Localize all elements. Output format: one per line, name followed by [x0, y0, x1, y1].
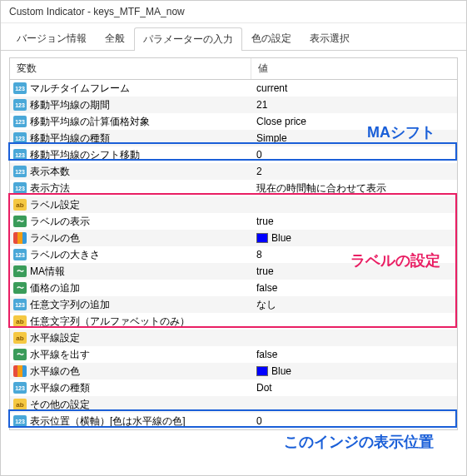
123-icon: 123: [13, 149, 27, 161]
tab-parameters[interactable]: パラメーターの入力: [134, 27, 242, 51]
table-row[interactable]: 123移動平均線の計算価格対象Close price: [10, 113, 457, 130]
tab-version[interactable]: バージョン情報: [7, 27, 96, 50]
variable-label: 任意文字列の追加: [30, 298, 110, 312]
cell-value[interactable]: Dot: [251, 382, 457, 394]
value-label: Blue: [271, 232, 291, 244]
table-row[interactable]: 123任意文字列の追加なし: [10, 296, 457, 313]
color-icon: [13, 365, 27, 377]
variable-label: ラベル設定: [30, 198, 80, 212]
table-row[interactable]: 123移動平均線のシフト移動0: [10, 146, 457, 163]
cell-value[interactable]: Blue: [251, 365, 457, 377]
cell-variable: 〜価格の追加: [10, 281, 251, 295]
123-icon: 123: [13, 299, 27, 310]
chart-icon: 〜: [13, 282, 27, 294]
cell-variable: ラベルの色: [10, 231, 251, 245]
table-row[interactable]: 123水平線の種類Dot: [10, 379, 457, 396]
cell-variable: ab水平線設定: [10, 331, 251, 345]
cell-value[interactable]: false: [251, 349, 457, 360]
cell-value[interactable]: 0: [251, 149, 457, 161]
content-area: 変数 値 123マルチタイムフレームcurrent123移動平均線の期間2112…: [1, 51, 466, 437]
variable-label: 水平線設定: [30, 331, 80, 345]
value-label: 0: [256, 415, 262, 427]
value-label: 0: [256, 149, 262, 161]
cell-value[interactable]: 2: [251, 166, 457, 177]
cell-variable: abその他の設定: [10, 398, 251, 412]
cell-variable: abラベル設定: [10, 198, 251, 212]
cell-variable: 123水平線の種類: [10, 381, 251, 395]
table-row[interactable]: 〜水平線を出すfalse: [10, 346, 457, 363]
cell-value[interactable]: true: [251, 216, 457, 227]
123-icon: 123: [13, 382, 27, 394]
header-variable[interactable]: 変数: [10, 58, 251, 79]
cell-variable: 123移動平均線の種類: [10, 131, 251, 146]
value-label: 2: [256, 166, 262, 177]
123-icon: 123: [13, 415, 27, 427]
123-icon: 123: [13, 182, 27, 194]
table-row[interactable]: abラベル設定: [10, 196, 457, 213]
dialog-window: Custom Indicator - keys_MTF_MA_now バージョン…: [0, 0, 467, 476]
variable-label: 水平線の種類: [30, 381, 90, 395]
123-icon: 123: [13, 82, 27, 94]
grid-header: 変数 値: [10, 58, 457, 80]
table-row[interactable]: 123移動平均線の期間21: [10, 97, 457, 113]
123-icon: 123: [13, 99, 27, 111]
table-row[interactable]: abその他の設定: [10, 396, 457, 413]
cell-variable: 123任意文字列の追加: [10, 298, 251, 312]
header-value[interactable]: 値: [251, 58, 457, 79]
value-label: なし: [256, 298, 276, 312]
cell-value[interactable]: Simple: [251, 132, 457, 144]
ab-icon: ab: [13, 199, 27, 211]
cell-value[interactable]: 0: [251, 415, 457, 427]
value-label: Blue: [271, 365, 291, 377]
cell-value[interactable]: Blue: [251, 232, 457, 244]
value-label: true: [256, 265, 274, 277]
cell-variable: 〜ラベルの表示: [10, 215, 251, 229]
cell-value[interactable]: 現在の時間軸に合わせて表示: [251, 181, 457, 196]
cell-value[interactable]: なし: [251, 298, 457, 312]
variable-label: 水平線の色: [30, 364, 80, 379]
tab-general[interactable]: 全般: [96, 27, 134, 50]
table-row[interactable]: ab任意文字列（アルファベットのみ）: [10, 313, 457, 330]
variable-label: 表示方法: [30, 181, 70, 196]
table-row[interactable]: 123ラベルの大きさ8: [10, 246, 457, 263]
cell-variable: 〜MA情報: [10, 265, 251, 279]
variable-label: 価格の追加: [30, 281, 80, 295]
variable-label: ラベルの表示: [30, 215, 90, 229]
value-label: Simple: [256, 132, 287, 144]
cell-value[interactable]: Close price: [251, 116, 457, 127]
cell-variable: ab任意文字列（アルファベットのみ）: [10, 315, 251, 329]
cell-value[interactable]: 21: [251, 99, 457, 111]
table-row[interactable]: 水平線の色Blue: [10, 363, 457, 379]
tab-colors[interactable]: 色の設定: [242, 27, 301, 50]
variable-label: 任意文字列（アルファベットのみ）: [30, 315, 190, 329]
cell-variable: 123表示位置（横軸）[色は水平線の色]: [10, 414, 251, 429]
value-label: false: [256, 282, 277, 294]
table-row[interactable]: 123表示位置（横軸）[色は水平線の色]0: [10, 413, 457, 429]
table-row[interactable]: 〜MA情報true: [10, 263, 457, 280]
cell-value[interactable]: false: [251, 282, 457, 294]
ab-icon: ab: [13, 315, 27, 327]
table-row[interactable]: ラベルの色Blue: [10, 230, 457, 246]
table-row[interactable]: 123移動平均線の種類Simple: [10, 130, 457, 146]
table-row[interactable]: 〜ラベルの表示true: [10, 213, 457, 230]
color-swatch: [256, 233, 268, 243]
123-icon: 123: [13, 249, 27, 260]
variable-label: マルチタイムフレーム: [30, 82, 130, 96]
table-row[interactable]: 123表示本数2: [10, 163, 457, 180]
cell-variable: 123移動平均線の期間: [10, 98, 251, 112]
table-row[interactable]: 123表示方法現在の時間軸に合わせて表示: [10, 180, 457, 196]
tab-display[interactable]: 表示選択: [301, 27, 359, 50]
cell-value[interactable]: true: [251, 265, 457, 277]
variable-label: 表示位置（横軸）[色は水平線の色]: [30, 414, 186, 429]
table-row[interactable]: 123マルチタイムフレームcurrent: [10, 80, 457, 97]
tab-bar: バージョン情報 全般 パラメーターの入力 色の設定 表示選択: [1, 23, 466, 51]
123-icon: 123: [13, 116, 27, 127]
table-row[interactable]: 〜価格の追加false: [10, 280, 457, 296]
123-icon: 123: [13, 166, 27, 177]
value-label: 21: [256, 99, 267, 111]
cell-value[interactable]: 8: [251, 249, 457, 260]
cell-value[interactable]: current: [251, 82, 457, 94]
chart-icon: 〜: [13, 216, 27, 227]
chart-icon: 〜: [13, 349, 27, 360]
table-row[interactable]: ab水平線設定: [10, 330, 457, 346]
